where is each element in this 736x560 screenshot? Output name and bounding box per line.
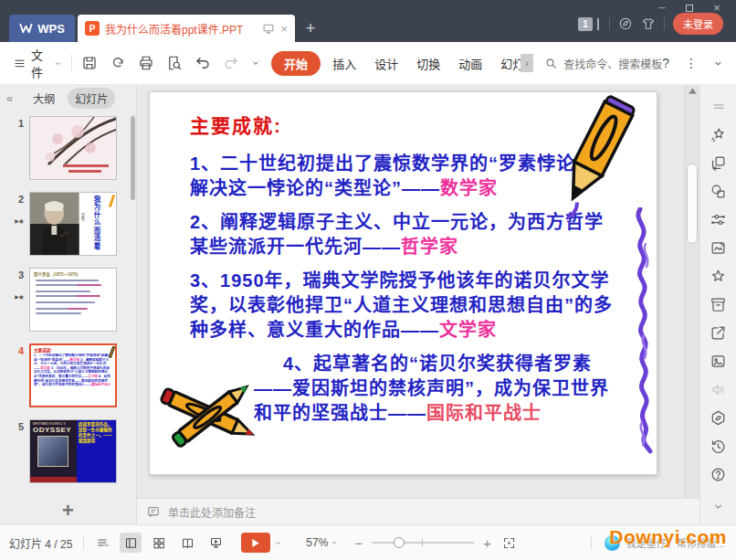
shapes-pane-icon[interactable] — [700, 177, 736, 206]
tab-slideshow[interactable]: 幻灯片 — [491, 51, 520, 76]
file-menu[interactable]: 文件 — [13, 46, 62, 80]
slide-thumbnail-3[interactable]: 简介罗素（1872—1970） — [29, 268, 117, 332]
login-button[interactable]: 未登录 — [673, 13, 723, 35]
achievement-item-4: 4、起草著名的“诺贝尔奖获得者罗素——爱因斯坦的禁核声明”，成为保卫世界和平的坚… — [254, 352, 621, 426]
tab-transition[interactable]: 切换 — [407, 51, 449, 76]
ribbon-overflow-button[interactable]: › — [520, 54, 533, 72]
search-placeholder: 查找命令、搜索模板 — [563, 56, 662, 71]
slide-page[interactable]: 主要成就: 1、二十世纪初提出了震惊数学界的“罗素悖论”和解决这一悖论的“类型论… — [149, 91, 657, 475]
notes-toggle-button[interactable] — [95, 536, 110, 549]
search-icon — [544, 57, 558, 70]
slide-thumbnail-4-selected[interactable]: 主要成就: 1、二十世纪初提出了震惊数学界的“罗素悖论”和解决这一悖论的“类型论… — [29, 343, 117, 407]
slider-handle[interactable] — [394, 537, 405, 548]
scroll-up-icon[interactable] — [685, 88, 699, 94]
slide-number: 4 — [0, 343, 29, 407]
object-properties-icon[interactable] — [700, 206, 736, 234]
play-options-chevron-icon[interactable] — [274, 539, 282, 547]
thumbnail-list: 1 2 ▶★ — [0, 111, 136, 497]
energy-leaf-icon[interactable] — [618, 16, 633, 31]
tab-animation[interactable]: 动画 — [449, 51, 491, 76]
divider — [83, 535, 84, 550]
more-menu-icon[interactable]: ⋮ — [685, 56, 698, 70]
status-bar: 幻灯片 4 / 25 57% − + — [0, 524, 736, 560]
star-icon: ★ — [18, 217, 24, 226]
new-tab-button[interactable]: + — [295, 15, 326, 42]
thumb3-content: 简介罗素（1872—1970） — [30, 269, 116, 317]
zoom-out-button[interactable]: − — [354, 535, 363, 551]
window-count-badge[interactable]: 1 — [578, 17, 593, 31]
slideshow-setup-button[interactable] — [205, 533, 226, 553]
pencil-clipart — [551, 91, 642, 226]
slide-thumbnail-1[interactable] — [29, 116, 117, 180]
main-area: « 大纲 幻灯片 1 — [0, 85, 736, 524]
view-switcher — [120, 533, 226, 553]
slide-number: 1 — [0, 116, 29, 180]
slide-thumbnail-5[interactable]: BERTRAND RUSSELL'S ODYSSEY 阅读罗素的作品，是我一生中… — [29, 419, 117, 483]
editing-canvas[interactable]: 主要成就: 1、二十世纪初提出了震惊数学界的“罗素悖论”和解决这一悖论的“类型论… — [137, 85, 684, 498]
slide-thumb-row-5: 5 BERTRAND RUSSELL'S ODYSSEY 阅读罗素的作品，是我一… — [0, 419, 136, 483]
tab-insert[interactable]: 插入 — [323, 51, 365, 76]
transition-pane-icon[interactable] — [700, 149, 736, 177]
command-search[interactable]: 查找命令、搜索模板 — [544, 56, 662, 71]
animation-indicator[interactable]: ▶★ — [0, 293, 24, 301]
picture-pane-icon[interactable] — [700, 347, 736, 375]
chevron-down-icon — [54, 59, 62, 68]
vertical-scrollbar[interactable] — [684, 85, 699, 498]
normal-view-button[interactable] — [120, 533, 142, 553]
panel-collapse-chevron-icon[interactable] — [700, 492, 736, 521]
thumb4-body: 1、二十世纪初提出了震惊数学界的“罗素悖论”和解决这一悖论的“类型论”——数学家… — [34, 354, 112, 405]
tab-home[interactable]: 开始 — [271, 51, 321, 76]
slide-thumb-row-4: 4 主要成就: 1、二十世纪初提出了震惊数学界的“罗素悖论”和解决这一悖论的“类… — [0, 343, 136, 407]
panel-handle-icon[interactable] — [700, 92, 736, 121]
book-title: ODYSSEY — [33, 426, 74, 434]
add-slide-button[interactable]: + — [0, 497, 136, 524]
thumb3-title: 简介罗素（1872—1970） — [34, 271, 112, 277]
zoom-slider[interactable] — [372, 536, 474, 549]
material-box-icon[interactable] — [700, 291, 736, 319]
titlebar: ─ × WPS P 我为什么而活着ppt课件.PPT × + 1 — [0, 0, 736, 42]
membership-leaf-icon[interactable] — [700, 404, 736, 432]
monitor-icon[interactable] — [262, 23, 275, 35]
zoom-level[interactable]: 57% — [306, 536, 338, 549]
animation-indicator[interactable]: ▶★ — [0, 217, 24, 226]
history-version-icon[interactable] — [700, 432, 736, 460]
tab-slides[interactable]: 幻灯片 — [68, 88, 115, 109]
achievement-item-3: 3、1950年，瑞典文学院授予他该年的诺贝尔文学奖，以表彰他捍卫“人道主义理想和… — [190, 269, 623, 343]
print-button[interactable] — [138, 55, 154, 71]
toolbar-more-icon[interactable] — [251, 58, 260, 68]
favorites-star-icon[interactable] — [700, 262, 736, 291]
theme-skin-icon[interactable] — [641, 16, 656, 31]
scrollbar-thumb[interactable] — [687, 164, 698, 244]
redo-button[interactable] — [223, 55, 239, 71]
slide-sorter-view-button[interactable] — [148, 533, 170, 553]
slide-number: 2 ▶★ — [0, 192, 29, 256]
reading-view-button[interactable] — [176, 533, 198, 553]
slide-thumbnail-2[interactable]: 我为什么而活着 罗素 — [29, 192, 117, 256]
thumbnail-scrollbar[interactable] — [131, 116, 135, 200]
tab-design[interactable]: 设计 — [365, 51, 407, 76]
slide-thumb-row-2: 2 ▶★ 我为什么而活着 — [0, 192, 136, 256]
print-preview-button[interactable] — [166, 55, 183, 71]
collapse-panel-icon[interactable]: « — [6, 91, 13, 105]
help-circle-icon[interactable] — [700, 460, 736, 489]
zoom-value: 57% — [306, 536, 328, 549]
divider — [71, 55, 72, 71]
zoom-in-button[interactable]: + — [483, 535, 491, 551]
notes-bar[interactable]: 单击此处添加备注 — [137, 498, 699, 524]
export-button[interactable] — [110, 55, 126, 71]
file-menu-label: 文件 — [31, 46, 49, 80]
smart-beautify-icon[interactable] — [700, 121, 736, 149]
play-slideshow-button[interactable] — [241, 533, 270, 553]
undo-button[interactable] — [195, 55, 211, 71]
save-button[interactable] — [81, 55, 98, 71]
tab-outline[interactable]: 大纲 — [26, 88, 62, 109]
slide-panel: « 大纲 幻灯片 1 — [0, 85, 137, 524]
document-tab[interactable]: P 我为什么而活着ppt课件.PPT × — [78, 15, 295, 42]
share-pane-icon[interactable] — [700, 319, 736, 347]
help-button[interactable]: ? — [662, 56, 669, 70]
wps-home-tab[interactable]: WPS — [9, 15, 75, 42]
tab-close-icon[interactable]: × — [280, 23, 288, 35]
collapse-ribbon-icon[interactable] — [713, 58, 723, 69]
fit-to-window-button[interactable] — [502, 536, 516, 550]
stock-media-icon[interactable] — [700, 234, 736, 262]
